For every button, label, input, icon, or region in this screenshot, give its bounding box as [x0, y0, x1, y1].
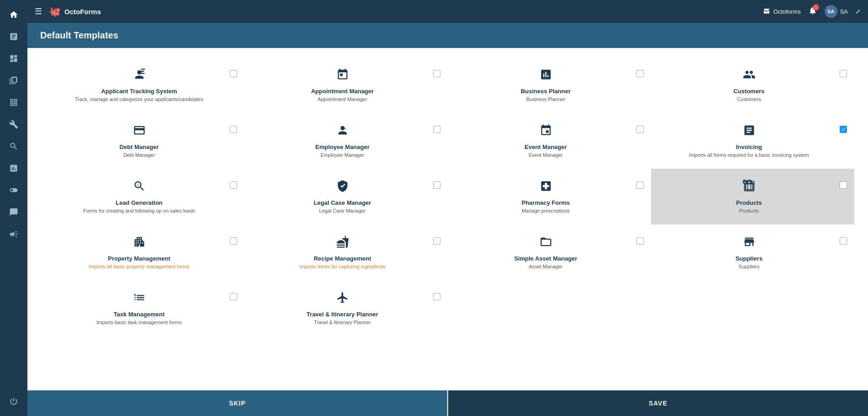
sidebar-item-messages[interactable]	[4, 202, 24, 222]
sidebar-item-analytics[interactable]	[4, 158, 24, 178]
template-title-lead-generation: Lead Generation	[116, 199, 163, 206]
template-title-debt-manager: Debt Manager	[120, 144, 159, 150]
template-icon-simple-asset-manager	[540, 235, 552, 251]
sidebar-item-home[interactable]	[4, 5, 24, 25]
template-inner-lead-generation: Lead GenerationForms for creating and fo…	[48, 180, 230, 213]
template-subtitle-simple-asset-manager: Asset Manager	[529, 264, 563, 269]
store-button[interactable]: Octoforms	[762, 7, 801, 16]
template-title-customers: Customers	[734, 88, 765, 95]
template-inner-simple-asset-manager: Simple Asset ManagerAsset Manager	[455, 235, 636, 269]
template-checkbox-appointment-manager[interactable]	[433, 70, 440, 77]
template-icon-lead-generation	[133, 180, 146, 196]
template-cell-recipe-management: Recipe ManagementImports forms for captu…	[244, 224, 448, 280]
sidebar-item-logout[interactable]	[4, 391, 24, 411]
template-icon-event-manager	[540, 124, 552, 140]
sidebar-item-campaigns[interactable]	[4, 224, 24, 244]
template-inner-recipe-management: Recipe ManagementImports forms for captu…	[252, 235, 433, 269]
template-cell-debt-manager: Debt ManagerDebt Manager	[41, 113, 244, 169]
sidebar-item-tools[interactable]	[4, 114, 24, 134]
notifications-bell[interactable]: 1	[808, 6, 817, 17]
template-checkbox-recipe-management[interactable]	[433, 237, 440, 245]
template-title-appointment-manager: Appointment Manager	[311, 88, 374, 95]
template-checkbox-invoicing[interactable]	[840, 126, 847, 133]
expand-icon[interactable]: ⤢	[855, 8, 861, 15]
svg-rect-2	[141, 73, 144, 74]
template-checkbox-lead-generation[interactable]	[230, 181, 237, 189]
sidebar-item-forms[interactable]	[4, 27, 24, 47]
logo-icon: 🐙	[49, 6, 61, 17]
template-icon-recipe-management	[336, 235, 349, 251]
template-subtitle-event-manager: Event Manager	[529, 152, 563, 158]
template-title-products: Products	[736, 199, 762, 206]
template-title-employee-manager: Employee Manager	[315, 144, 370, 150]
template-icon-property-management	[133, 235, 146, 251]
template-checkbox-pharmacy-forms[interactable]	[636, 181, 644, 189]
main-content: ☰ 🐙 OctoForms Octoforms 1 SA SA ⤢	[27, 0, 868, 416]
page-header: Default Templates	[27, 23, 868, 48]
template-cell-customers: CustomersCustomers	[651, 57, 854, 113]
template-subtitle-invoicing: Imports all forms required for a basic i…	[689, 152, 809, 158]
template-checkbox-simple-asset-manager[interactable]	[636, 237, 644, 245]
svg-rect-0	[141, 69, 145, 69]
sidebar-item-pages[interactable]	[4, 70, 24, 91]
template-title-task-management: Task Management	[114, 311, 165, 318]
template-checkbox-customers[interactable]	[840, 70, 847, 77]
template-subtitle-legal-case-manager: Legal Case Manager	[319, 208, 365, 213]
template-checkbox-debt-manager[interactable]	[230, 126, 237, 133]
template-title-event-manager: Event Manager	[524, 144, 566, 150]
template-checkbox-travel-planner[interactable]	[433, 293, 440, 300]
store-label: Octoforms	[773, 8, 801, 15]
template-cell-invoicing: InvoicingImports all forms required for …	[651, 113, 854, 169]
template-subtitle-travel-planner: Travel & Itinerary Planner	[314, 320, 370, 325]
sidebar-item-search[interactable]	[4, 136, 24, 156]
template-cell-travel-planner: Travel & Itinerary PlannerTravel & Itine…	[244, 280, 448, 336]
template-checkbox-suppliers[interactable]	[840, 237, 847, 245]
template-cell-products: ProductsProducts	[651, 169, 854, 224]
template-checkbox-legal-case-manager[interactable]	[433, 181, 440, 189]
template-icon-business-planner	[540, 68, 552, 84]
template-cell-appointment-manager: Appointment ManagerAppointment Manager	[244, 57, 448, 113]
sidebar-item-dashboard[interactable]	[4, 92, 24, 112]
sidebar-item-integrations[interactable]	[4, 180, 24, 200]
menu-icon[interactable]: ☰	[35, 6, 42, 16]
user-initials: SA	[840, 8, 848, 15]
template-inner-task-management: Task ManagementImports basic task manage…	[48, 291, 230, 325]
template-icon-customers	[743, 68, 756, 84]
template-title-invoicing: Invoicing	[736, 144, 762, 150]
template-inner-property-management: Property ManagementImports all basic pro…	[48, 235, 230, 269]
template-checkbox-employee-manager[interactable]	[433, 126, 440, 133]
template-title-suppliers: Suppliers	[736, 255, 762, 262]
template-cell-pharmacy-forms: Pharmacy FormsManage prescriptions	[448, 169, 651, 224]
template-checkbox-event-manager[interactable]	[636, 126, 644, 133]
template-subtitle-property-management: Imports all basic property management fo…	[89, 264, 190, 269]
template-title-property-management: Property Management	[108, 255, 170, 262]
skip-button[interactable]: SKIP	[27, 390, 447, 416]
template-cell-simple-asset-manager: Simple Asset ManagerAsset Manager	[448, 224, 651, 280]
template-cell-employee-manager: Employee ManagerEmployee Manager	[244, 113, 448, 169]
template-inner-suppliers: SuppliersSuppliers	[658, 235, 840, 269]
template-inner-travel-planner: Travel & Itinerary PlannerTravel & Itine…	[252, 291, 433, 325]
template-inner-business-planner: Business PlannerBusiness Planner	[455, 68, 636, 102]
template-checkbox-task-management[interactable]	[230, 293, 237, 300]
template-title-recipe-management: Recipe Management	[314, 255, 371, 262]
template-title-applicant-tracking: Applicant Tracking System	[101, 88, 177, 95]
template-icon-legal-case-manager	[336, 180, 349, 196]
template-title-travel-planner: Travel & Itinerary Planner	[307, 311, 378, 318]
template-title-business-planner: Business Planner	[521, 88, 571, 95]
template-icon-products	[743, 180, 756, 196]
template-icon-employee-manager	[336, 124, 349, 140]
template-inner-products: ProductsProducts	[658, 180, 840, 213]
save-button[interactable]: SAVE	[448, 390, 868, 416]
footer: SKIP SAVE	[27, 390, 868, 416]
page-title: Default Templates	[40, 30, 118, 40]
sidebar	[0, 0, 27, 416]
template-checkbox-products[interactable]	[840, 181, 847, 189]
user-menu[interactable]: SA SA	[825, 5, 848, 18]
template-subtitle-customers: Customers	[737, 96, 761, 102]
template-checkbox-property-management[interactable]	[230, 237, 237, 245]
template-title-simple-asset-manager: Simple Asset Manager	[514, 255, 577, 262]
template-icon-invoicing	[743, 124, 756, 140]
template-checkbox-applicant-tracking[interactable]	[230, 70, 237, 77]
sidebar-item-layouts[interactable]	[4, 48, 24, 69]
template-checkbox-business-planner[interactable]	[636, 70, 644, 77]
